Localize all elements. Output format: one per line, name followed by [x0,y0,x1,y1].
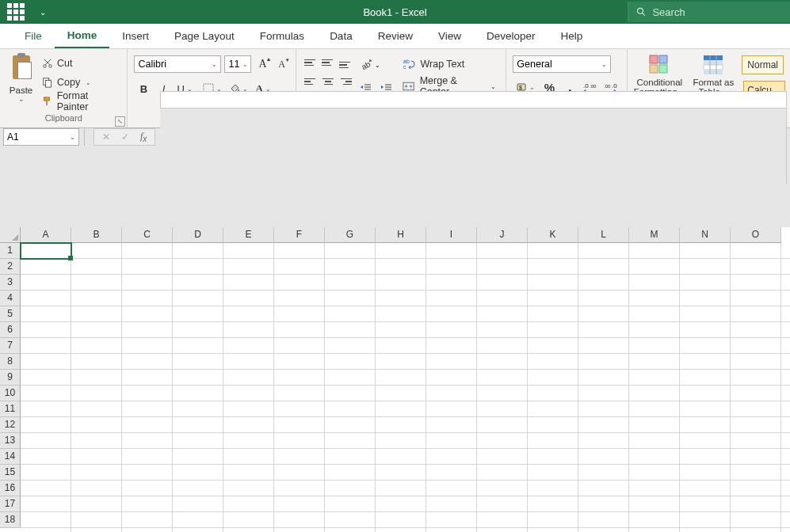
cell[interactable] [173,386,223,401]
cell[interactable] [629,433,680,449]
tab-help[interactable]: Help [548,24,596,48]
cell[interactable] [21,481,71,496]
align-bottom-button[interactable] [338,55,353,70]
cell[interactable] [274,306,325,322]
cell[interactable] [71,259,122,275]
cell[interactable] [325,481,376,496]
cell[interactable] [731,306,781,322]
cell[interactable] [477,496,528,512]
row-header[interactable]: 7 [0,338,21,354]
cell[interactable] [629,338,680,354]
cell[interactable] [71,338,122,354]
qat-customize-dropdown[interactable]: ⌄ [32,8,54,17]
cell[interactable] [731,417,781,433]
clipboard-launcher[interactable]: ⤡ [115,116,125,127]
row-header[interactable]: 18 [0,512,21,528]
cell[interactable] [578,481,629,496]
cell[interactable] [680,243,731,259]
cell[interactable] [578,401,629,417]
cell[interactable] [223,354,274,370]
cell[interactable] [528,417,578,433]
cell[interactable] [71,243,122,259]
cell[interactable] [223,465,274,481]
cell[interactable] [223,433,274,449]
column-header[interactable]: M [629,227,680,243]
cell[interactable] [528,528,578,532]
cell[interactable] [528,496,578,512]
cell[interactable] [781,449,790,465]
cell[interactable] [528,401,578,417]
column-header[interactable]: N [680,227,731,243]
cell[interactable] [325,528,376,532]
cell[interactable] [781,291,790,306]
cell[interactable] [325,243,376,259]
cells-area[interactable] [21,243,790,532]
row-header[interactable]: 12 [0,417,21,433]
cell[interactable] [71,354,122,370]
cell[interactable] [223,338,274,354]
tab-formulas[interactable]: Formulas [247,24,317,48]
cell[interactable] [376,528,426,532]
cell[interactable] [629,243,680,259]
cell[interactable] [223,370,274,386]
cell[interactable] [781,512,790,528]
cell[interactable] [223,481,274,496]
cell[interactable] [274,496,325,512]
cell[interactable] [731,433,781,449]
cell[interactable] [680,275,731,291]
orientation-button[interactable]: ab ⌄ [357,55,396,74]
cell[interactable] [274,322,325,338]
cell[interactable] [122,481,173,496]
cell[interactable] [680,465,731,481]
cell[interactable] [578,338,629,354]
cell[interactable] [21,496,71,512]
cell[interactable] [528,481,578,496]
cell[interactable] [477,275,528,291]
cell[interactable] [173,322,223,338]
align-center-button[interactable] [320,74,336,89]
cell[interactable] [21,512,71,528]
cell[interactable] [477,243,528,259]
app-launcher-icon[interactable] [0,3,32,21]
cell[interactable] [629,275,680,291]
cell[interactable] [731,275,781,291]
font-name-combo[interactable]: Calibri⌄ [134,55,221,73]
row-header[interactable]: 6 [0,322,21,338]
cell[interactable] [680,449,731,465]
cell[interactable] [477,306,528,322]
chevron-down-icon[interactable]: ⌄ [86,79,91,86]
tab-review[interactable]: Review [365,24,426,48]
row-header[interactable]: 16 [0,481,21,496]
cell[interactable] [680,528,731,532]
cell[interactable] [781,243,790,259]
cell[interactable] [21,338,71,354]
cell[interactable] [274,259,325,275]
cell[interactable] [21,259,71,275]
cell[interactable] [426,449,477,465]
tab-page-layout[interactable]: Page Layout [162,24,247,48]
cell[interactable] [426,322,477,338]
cell[interactable] [122,243,173,259]
row-header[interactable]: 4 [0,291,21,306]
cell[interactable] [325,338,376,354]
cell[interactable] [578,259,629,275]
cell[interactable] [629,512,680,528]
cell[interactable] [122,275,173,291]
cell[interactable] [629,306,680,322]
cell[interactable] [528,243,578,259]
cell[interactable] [274,528,325,532]
cell[interactable] [680,291,731,306]
column-header[interactable]: L [578,227,629,243]
cell[interactable] [528,370,578,386]
tab-developer[interactable]: Developer [474,24,548,48]
cell[interactable] [578,243,629,259]
cut-button[interactable]: Cut [42,55,120,71]
cell[interactable] [274,401,325,417]
cell[interactable] [325,291,376,306]
cell[interactable] [223,322,274,338]
cell[interactable] [71,322,122,338]
cell[interactable] [376,481,426,496]
cell[interactable] [781,401,790,417]
cell[interactable] [528,291,578,306]
cell[interactable] [376,243,426,259]
